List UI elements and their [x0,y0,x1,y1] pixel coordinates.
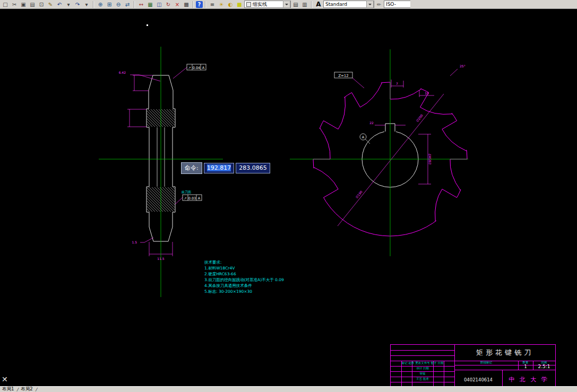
status-bar: 布局1 / 布局2 / [0,386,577,392]
chevron-down-icon[interactable] [366,1,374,8]
drawing-canvas[interactable]: 6.42 1.5 11.5 7 10 22 25° ∅85H7 ∅200 ∅19… [0,9,577,386]
gdt-top-value: 0.04 [193,66,200,70]
redo-arrow-icon[interactable]: ▾ [82,1,91,8]
textstyle-toolbar-group: A [314,1,323,8]
toolbar-separator [193,1,194,8]
layer-states-icon[interactable]: ▥ [300,1,309,8]
technical-notes: 技术要求: 1.材料W18Cr4V 2.硬度HRC63-66 3.前刀面的径向圆… [204,259,284,294]
gdt-top-datum: A [202,66,205,70]
revision-row: 标记 处数 更改文件号 签字 日期 [391,361,454,365]
help-toolbar-group: ? [196,1,203,8]
drawing-number: 0402140614 [454,372,502,387]
help-icon[interactable]: ? [196,1,203,8]
checker-row: 审核 [391,372,454,376]
drawing-svg: 6.42 1.5 11.5 7 10 22 25° ∅85H7 ∅200 ∅19… [0,9,577,386]
toolbar-separator [93,1,94,8]
dim-label-outer: ∅200 [415,114,424,123]
layer-half-icon[interactable]: ◐ [226,1,235,8]
note-line: 1.材料W18Cr4V [204,265,284,271]
toolbar-separator [134,1,135,8]
new-drawing-icon[interactable]: □ [1,1,10,8]
right-view-bore [360,124,418,187]
gdt-frames [183,64,206,201]
move-icon[interactable]: ↔ [137,1,145,8]
text-style-combo-value: Standard [325,2,347,7]
designer-row: 设计 日期 [391,367,454,370]
zoom-in-icon[interactable]: ⊕ [96,1,105,8]
note-line: 技术要求: [204,259,284,265]
dim-style-icon[interactable]: ✏ [375,1,383,8]
teeth-count-label: Z=12 [338,74,349,78]
text-style-combo[interactable]: Standard [323,1,374,8]
dim-label-7: 7 [396,82,398,85]
layer-previous-icon[interactable]: ▤ [291,1,300,8]
qty-value: 1 [518,364,533,369]
dim-label-angle: 25° [460,64,466,68]
zoom-out-icon[interactable]: ⊖ [114,1,123,8]
layer-combo[interactable]: 细实线 [244,1,291,8]
pencil-icon[interactable]: ✎ [46,1,55,8]
zoom-toolbar-group: ⊕⊞⊖⇄ [96,1,132,8]
pan-icon[interactable]: ⇄ [123,1,132,8]
crosshair-cursor [147,24,148,26]
dimstyle-toolbar-group: ✏ [375,1,383,8]
dim-label-tip: 6.42 [119,71,126,74]
layer-toolbar-group: ≡☀◐■ [208,1,244,8]
dim-label-keyway: 22 [369,121,374,125]
layer-color-swatch[interactable]: ■ [235,1,244,8]
title-block: 矩形花键铣刀 阶段标记 数量 比例 1 2.5:1 0402140614 中 北… [390,344,556,388]
toolbar-separator [205,1,206,8]
cad-window: □✂▣▤⊡✎↶▾↷▾ ⊕⊞⊖⇄ ↔▦◫↻×▩ ? ≡☀◐■ 细实线 ▤▥ A S… [0,0,577,392]
print-icon[interactable]: ⊡ [37,1,46,8]
dim-label-root: ∅190 [355,190,363,199]
tab-separator: / [36,387,37,392]
rotate-icon[interactable]: ↻ [164,1,173,8]
dim-label-chamfer: 1.5 [132,240,137,244]
rake-face-label: 前刀面 [181,190,191,194]
process-row: 工艺 批准 [391,377,454,381]
undo-arrow-icon[interactable]: ▾ [64,1,73,8]
cut-icon[interactable]: ✂ [10,1,19,8]
layer-on-icon[interactable]: ☀ [217,1,226,8]
stage-header: 阶段标记 [455,361,517,364]
tab-layout2[interactable]: 布局2 [21,386,32,392]
gdt-top-symbol-icon: ↗ [188,66,191,70]
gdt-bottom-datum: A [198,196,201,201]
redo-icon[interactable]: ↷ [73,1,82,8]
dim-label-10: 10 [425,91,429,95]
coord-x-value: 192.817 [207,164,231,171]
datum-label: A [362,135,365,140]
drawing-title: 矩形花键铣刀 [454,346,555,360]
scale-value: 2.5:1 [533,364,555,369]
paste-icon[interactable]: ▤ [28,1,37,8]
command-prompt-label: 命令: [181,162,202,174]
text-style-icon[interactable]: A [314,1,323,8]
chevron-down-icon[interactable] [283,1,290,8]
array-icon[interactable]: ▦ [146,1,154,8]
layer2-toolbar-group: ▤▥ [291,1,309,8]
note-line: 5.标志: 30-200×190×30 [204,289,284,294]
layer-color-chip [246,2,251,7]
main-toolbar: □✂▣▤⊡✎↶▾↷▾ ⊕⊞⊖⇄ ↔▦◫↻×▩ ? ≡☀◐■ 细实线 ▤▥ A S… [0,0,577,9]
tab-separator: / [16,387,18,392]
copy-icon[interactable]: ▣ [19,1,28,8]
tab-layout1[interactable]: 布局1 [2,386,14,392]
coord-y-field[interactable]: 283.0865 [236,163,270,173]
modify-toolbar-group: ↔▦◫↻×▩ [137,1,191,8]
dim-style-combo[interactable]: ISO- [384,1,410,8]
dim-label-width: 11.5 [157,257,165,260]
undo-icon[interactable]: ↶ [55,1,64,8]
dim-label-bore: ∅85H7 [428,153,432,164]
dim-style-combo-value: ISO- [386,2,396,7]
table-icon[interactable]: ▩ [182,1,191,8]
ucs-icon: ✕ [2,375,8,384]
erase-icon[interactable]: × [173,1,182,8]
gdt-bottom-value: 0.03 [188,196,196,201]
coord-x-field[interactable]: 192.817 [204,163,235,173]
note-line: 3.前刀面的径向圆跳动(对基准A)不大于 0.09 [204,277,284,283]
layers-icon[interactable]: ≡ [208,1,217,8]
zoom-window-icon[interactable]: ⊞ [105,1,114,8]
note-line: 2.硬度HRC63-66 [204,271,284,277]
mirror-icon[interactable]: ◫ [155,1,163,8]
file-toolbar-group: □✂▣▤⊡✎↶▾↷▾ [1,1,91,8]
